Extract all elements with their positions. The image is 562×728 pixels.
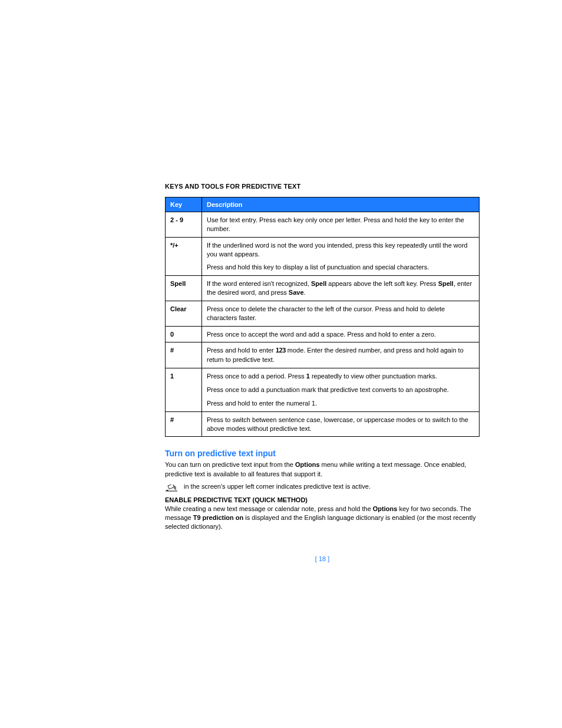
desc-text: If the word entered isn't recognized, Sp… — [207, 279, 474, 297]
key-cell: 0 — [166, 326, 202, 342]
predictive-icon-row: in the screen's upper left corner indica… — [165, 482, 480, 491]
document-page: KEYS AND TOOLS FOR PREDICTIVE TEXT Key D… — [0, 0, 562, 562]
bold-text: Spell — [438, 280, 454, 287]
bold-text: Save — [289, 289, 304, 296]
table-row: # Press and hold to enter 123 mode. Ente… — [166, 342, 480, 368]
key-cell: 2 - 9 — [166, 212, 202, 238]
desc-cell: Press to switch between sentence case, l… — [202, 411, 480, 437]
desc-cell: If the word entered isn't recognized, Sp… — [202, 276, 480, 301]
desc-text: Press once to accept the word and add a … — [207, 330, 474, 339]
text-fragment: Press and hold to enter — [207, 347, 276, 354]
desc-text: Press and hold to enter the numeral 1. — [207, 399, 474, 408]
body-paragraph: You can turn on predictive text input fr… — [165, 460, 480, 479]
desc-text: Press once to delete the character to th… — [207, 305, 474, 322]
table-row: */+ If the underlined word is not the wo… — [166, 237, 480, 276]
section-heading: KEYS AND TOOLS FOR PREDICTIVE TEXT — [165, 183, 480, 190]
predictive-keys-table: Key Description 2 - 9 Use for text entry… — [165, 197, 480, 437]
sub-subsection-heading: ENABLE PREDICTIVE TEXT (QUICK METHOD) — [165, 496, 480, 503]
desc-text: Press once to add a punctuation mark tha… — [207, 386, 474, 394]
svg-rect-2 — [168, 485, 174, 489]
subsection-title: Turn on predictive text input — [165, 449, 480, 458]
text-fragment: repeatedly to view other punctuation mar… — [310, 373, 437, 380]
key-cell: 1 — [166, 368, 202, 412]
desc-cell: Press once to accept the word and add a … — [202, 326, 480, 342]
table-row: 1 Press once to add a period. Press 1 re… — [166, 368, 480, 412]
table-header-key: Key — [166, 197, 202, 212]
desc-text: Press and hold to enter 123 mode. Enter … — [207, 346, 474, 364]
table-header-description: Description — [202, 197, 480, 212]
text-fragment: appears above the left soft key. Press — [326, 280, 438, 287]
desc-text: Press once to add a period. Press 1 repe… — [207, 372, 474, 381]
body-paragraph: While creating a new text message or cal… — [165, 505, 480, 532]
table-row: # Press to switch between sentence case,… — [166, 411, 480, 437]
key-cell: */+ — [166, 237, 202, 276]
text-fragment: . — [304, 289, 306, 296]
desc-text: If the underlined word is not the word y… — [207, 241, 474, 259]
table-row: 0 Press once to accept the word and add … — [166, 326, 480, 342]
bold-text: Options — [295, 461, 320, 468]
desc-cell: If the underlined word is not the word y… — [202, 237, 480, 276]
pencil-predictive-icon — [165, 483, 178, 490]
bold-text: Spell — [311, 280, 326, 287]
desc-text: Press to switch between sentence case, l… — [207, 416, 474, 433]
text-fragment: Press once to add a period. Press — [207, 373, 306, 380]
key-cell: Clear — [166, 301, 202, 326]
text-fragment: You can turn on predictive text input fr… — [165, 461, 295, 468]
text-fragment: If the word entered isn't recognized, — [207, 280, 311, 287]
desc-text: Use for text entry. Press each key only … — [207, 216, 474, 233]
numeric-mode-icon: 123 — [276, 347, 286, 354]
bold-text: Options — [373, 505, 398, 512]
body-paragraph: in the screen's upper left corner indica… — [184, 482, 371, 491]
desc-cell: Use for text entry. Press each key only … — [202, 212, 480, 238]
key-cell: # — [166, 411, 202, 437]
desc-cell: Press once to add a period. Press 1 repe… — [202, 368, 480, 412]
text-fragment: While creating a new text message or cal… — [165, 505, 373, 512]
page-number: [ 18 ] — [165, 555, 480, 562]
table-row: Spell If the word entered isn't recogniz… — [166, 276, 480, 301]
desc-text: Press and hold this key to display a lis… — [207, 263, 474, 272]
table-row: 2 - 9 Use for text entry. Press each key… — [166, 212, 480, 238]
desc-cell: Press and hold to enter 123 mode. Enter … — [202, 342, 480, 368]
key-cell: Spell — [166, 276, 202, 301]
bold-text: T9 prediction on — [193, 514, 244, 521]
table-row: Clear Press once to delete the character… — [166, 301, 480, 326]
desc-cell: Press once to delete the character to th… — [202, 301, 480, 326]
key-cell: # — [166, 342, 202, 368]
